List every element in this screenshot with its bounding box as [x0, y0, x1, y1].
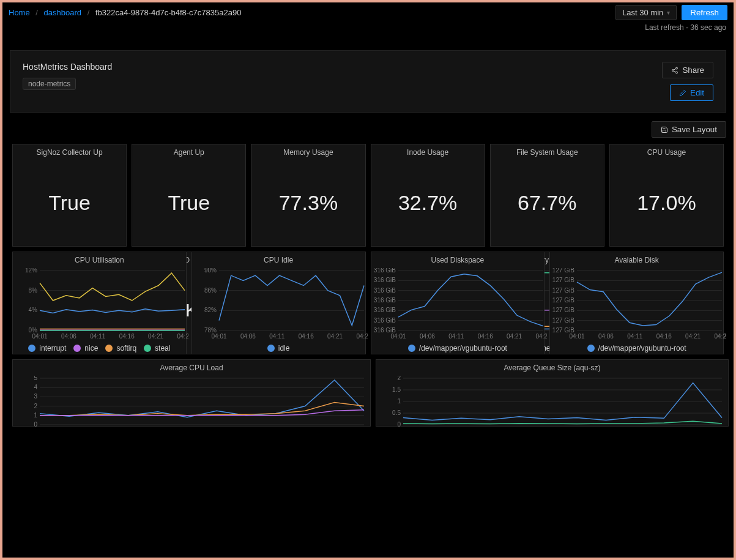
- panel-inode-usage[interactable]: Inode Usage 32.7%: [371, 144, 485, 247]
- panel-title: Used Diskspace: [371, 252, 545, 267]
- svg-text:127 GiB: 127 GiB: [552, 297, 574, 304]
- panel-title: CPU Idle: [192, 252, 365, 267]
- edit-button[interactable]: Edit: [670, 84, 713, 101]
- svg-text:4%: 4%: [29, 307, 38, 313]
- svg-text:04:01: 04:01: [211, 333, 226, 340]
- share-button[interactable]: Share: [662, 62, 713, 78]
- edit-label: Edit: [690, 88, 704, 97]
- chevron-down-icon: ▾: [667, 9, 670, 16]
- svg-text:316 GiB: 316 GiB: [374, 317, 396, 324]
- svg-text:04:26: 04:26: [177, 333, 188, 340]
- panel-used-diskspace[interactable]: Used Diskspace 316 GiB316 GiB316 GiB316 …: [371, 252, 545, 354]
- svg-text:04:21: 04:21: [685, 333, 701, 340]
- legend-label: /dev/mapper/vgubuntu-root: [419, 344, 507, 353]
- legend-item[interactable]: softirq: [105, 344, 136, 353]
- panel-available-disk[interactable]: Avaiable Disk 127 GiB127 GiB127 GiB127 G…: [549, 252, 724, 354]
- panel-title: Avaiable Disk: [550, 252, 723, 267]
- breadcrumb: Home / dashboard / fb322ca4-9878-4d7c-b4…: [9, 8, 241, 17]
- stat-value: True: [132, 159, 245, 246]
- svg-text:90%: 90%: [204, 268, 217, 274]
- svg-text:04:11: 04:11: [448, 333, 464, 340]
- legend-item[interactable]: /dev/mapper/vgubuntu-root: [587, 344, 686, 353]
- svg-text:127 GiB: 127 GiB: [552, 287, 574, 294]
- svg-text:04:26: 04:26: [535, 333, 547, 340]
- svg-text:1: 1: [34, 412, 37, 419]
- legend-item[interactable]: nice: [73, 344, 98, 353]
- svg-text:2: 2: [397, 376, 401, 381]
- svg-text:04:26: 04:26: [715, 333, 726, 340]
- panel-agent-up[interactable]: Agent Up True: [132, 144, 246, 247]
- legend-label: idle: [278, 344, 290, 353]
- legend-item[interactable]: interrupt: [28, 344, 66, 353]
- panel-collector-up[interactable]: SigNoz Collector Up True: [12, 144, 127, 247]
- chart-used-disk: 316 GiB316 GiB316 GiB316 GiB316 GiB316 G…: [371, 267, 545, 342]
- legend-item[interactable]: idle: [267, 344, 290, 353]
- svg-text:04:06: 04:06: [61, 333, 76, 340]
- panel-cpu-usage[interactable]: CPU Usage 17.0%: [609, 144, 724, 247]
- svg-text:04:06: 04:06: [240, 333, 256, 340]
- svg-line-4: [674, 70, 677, 72]
- legend-label: steal: [155, 344, 170, 353]
- legend-item[interactable]: /dev/mapper/vgubuntu-root: [408, 344, 507, 353]
- svg-point-1: [672, 69, 674, 71]
- save-layout-button[interactable]: Save Layout: [652, 121, 726, 138]
- svg-text:04:11: 04:11: [90, 333, 105, 340]
- legend: /dev/mapper/vgubuntu-root: [550, 342, 723, 356]
- svg-text:04:16: 04:16: [119, 333, 135, 340]
- stat-value: True: [13, 159, 126, 246]
- time-range-picker[interactable]: Last 30 min ▾: [615, 5, 677, 20]
- legend-label: softirq: [116, 344, 136, 353]
- svg-text:1: 1: [397, 398, 401, 405]
- panel-title: File System Usage: [491, 144, 604, 159]
- topbar-right: Last 30 min ▾ Refresh: [615, 5, 727, 20]
- svg-text:12%: 12%: [25, 268, 37, 274]
- breadcrumb-dashboard[interactable]: dashboard: [44, 8, 81, 17]
- svg-text:04:06: 04:06: [419, 333, 434, 340]
- svg-text:04:16: 04:16: [298, 333, 313, 340]
- svg-text:0: 0: [34, 421, 37, 427]
- svg-text:127 GiB: 127 GiB: [552, 317, 574, 324]
- breadcrumb-home[interactable]: Home: [9, 8, 30, 17]
- svg-text:316 GiB: 316 GiB: [374, 297, 396, 304]
- dashboard-tag[interactable]: node-metrics: [23, 78, 76, 90]
- legend-swatch: [587, 345, 595, 352]
- svg-text:4: 4: [34, 384, 37, 390]
- panel-memory-usage[interactable]: Memory Usage 77.3%: [251, 144, 365, 247]
- legend-swatch: [73, 345, 81, 352]
- legend-label: nice: [84, 344, 98, 353]
- panel-cpu-idle[interactable]: CPU Idle 78%82%86%90%04:0104:0604:1104:1…: [191, 252, 366, 354]
- panel-title: Average Queue Size (aqu-sz): [376, 360, 728, 375]
- svg-text:8%: 8%: [29, 287, 38, 294]
- panel-title: Agent Up: [132, 144, 245, 159]
- svg-text:04:21: 04:21: [148, 333, 163, 340]
- topbar: Home / dashboard / fb322ca4-9878-4d7c-b4…: [2, 2, 734, 22]
- legend-swatch: [28, 345, 35, 352]
- svg-text:127 GiB: 127 GiB: [552, 307, 574, 313]
- panel-title: CPU Usage: [610, 144, 723, 159]
- refresh-button[interactable]: Refresh: [682, 5, 727, 20]
- save-icon: [661, 126, 668, 133]
- legend-swatch: [267, 345, 275, 352]
- save-layout-label: Save Layout: [672, 125, 717, 134]
- svg-text:04:06: 04:06: [598, 333, 614, 340]
- svg-line-3: [674, 69, 677, 70]
- dashboard-title: HostMetrics Dashboard: [23, 62, 112, 72]
- share-label: Share: [682, 65, 704, 75]
- legend-item[interactable]: steal: [144, 344, 170, 353]
- panel-cpu-utilisation[interactable]: CPU Utilisation 0%4%8%12%04:0104:0604:11…: [12, 252, 187, 354]
- panel-avg-queue[interactable]: Average Queue Size (aqu-sz) 00.511.52: [376, 359, 729, 427]
- legend-swatch: [408, 345, 415, 352]
- svg-point-2: [676, 72, 678, 73]
- legend: interruptnicesoftirqsteal: [13, 342, 186, 356]
- svg-text:1.5: 1.5: [392, 386, 401, 393]
- svg-text:04:16: 04:16: [656, 333, 672, 340]
- svg-text:04:11: 04:11: [628, 333, 643, 340]
- panel-fs-usage[interactable]: File System Usage 67.7%: [490, 144, 604, 247]
- svg-text:04:16: 04:16: [477, 333, 493, 340]
- stat-value: 17.0%: [610, 159, 723, 246]
- chart-avail-disk: 127 GiB127 GiB127 GiB127 GiB127 GiB127 G…: [550, 267, 723, 342]
- chart-avg-cpu-load: 012345: [13, 375, 370, 428]
- legend: idle: [192, 342, 365, 356]
- panel-avg-cpu-load[interactable]: Average CPU Load 012345: [12, 359, 371, 427]
- panel-title: Memory Usage: [251, 144, 365, 159]
